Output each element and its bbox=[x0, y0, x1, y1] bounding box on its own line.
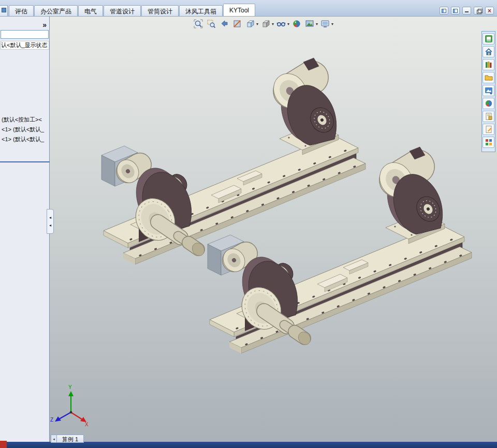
tab-kytool[interactable]: KYTool bbox=[223, 4, 255, 16]
zoom-to-fit-icon[interactable] bbox=[193, 18, 204, 29]
axis-z-label: Z bbox=[50, 417, 53, 423]
orientation-triad: Y X Z bbox=[50, 384, 89, 427]
tab-electrical[interactable]: 电气 bbox=[78, 5, 103, 16]
featuremanager-root-item[interactable]: 认<默认_显示状态 bbox=[1, 41, 49, 50]
dropdown-arrow-icon[interactable]: ▾ bbox=[272, 22, 274, 26]
tree-item[interactable]: (默认<按加工>< bbox=[2, 115, 49, 125]
file-explorer-icon[interactable] bbox=[483, 72, 494, 83]
clipped-ribbon-tab[interactable] bbox=[0, 5, 8, 16]
view-palette-icon[interactable] bbox=[483, 85, 494, 96]
tree-item[interactable]: <1> (默认<默认_ bbox=[2, 135, 49, 144]
tab-mufeng-toolbox[interactable]: 沐风工具箱 bbox=[179, 5, 223, 16]
model-motion-tabs: ◂ 算例 1 bbox=[51, 435, 84, 443]
solidworks-window: 评估 办公室产品 电气 管道设计 管筒设计 沐风工具箱 KYTool × » 认… bbox=[0, 0, 497, 448]
previous-view-icon[interactable] bbox=[218, 18, 230, 29]
solidworks-resources-icon[interactable] bbox=[483, 33, 494, 44]
addins-icon[interactable] bbox=[483, 137, 494, 148]
featuremanager-tree: (默认<按加工>< <1> (默认<默认_ <1> (默认<默认_ bbox=[2, 115, 49, 144]
graphics-viewport[interactable]: ▾ ▾ ▾ ▾ ▾ bbox=[50, 17, 497, 443]
tab-evaluate[interactable]: 评估 bbox=[9, 5, 34, 16]
tab-scroll-button[interactable]: ◂ bbox=[51, 435, 57, 443]
motion-study-tab[interactable]: 算例 1 bbox=[57, 435, 84, 443]
dropdown-arrow-icon[interactable]: ▾ bbox=[316, 22, 318, 26]
pane-toggle-right-icon bbox=[453, 9, 458, 13]
display-style-icon[interactable] bbox=[260, 18, 271, 29]
view-settings-icon[interactable] bbox=[319, 18, 331, 29]
headsup-view-toolbar: ▾ ▾ ▾ ▾ ▾ bbox=[193, 18, 333, 29]
featuremanager-panel: » 认<默认_显示状态 (默认<按加工>< <1> (默认<默认_ <1> (默… bbox=[0, 17, 50, 442]
ribbon-tabbar: 评估 办公室产品 电气 管道设计 管筒设计 沐风工具箱 KYTool × bbox=[0, 0, 497, 17]
window-controls: × bbox=[440, 7, 494, 14]
restore-button[interactable] bbox=[474, 7, 483, 14]
tree-item[interactable]: <1> (默认<默认_ bbox=[2, 125, 49, 135]
appearances-scenes-icon[interactable] bbox=[483, 98, 494, 109]
model-canvas[interactable]: Y X Z bbox=[50, 17, 497, 443]
ribbon-tabs: 评估 办公室产品 电气 管道设计 管筒设计 沐风工具箱 KYTool bbox=[9, 4, 256, 16]
splitter-arrow-icon: ◂ bbox=[49, 215, 51, 220]
task-pane-strip bbox=[481, 31, 495, 152]
pane-toggle-left-icon bbox=[442, 9, 446, 13]
pane-toggle-right-button[interactable] bbox=[451, 7, 460, 14]
axis-x-label: X bbox=[85, 422, 89, 427]
tab-tubing-design[interactable]: 管筒设计 bbox=[141, 5, 179, 16]
edit-appearance-icon[interactable] bbox=[291, 18, 302, 29]
apply-scene-icon[interactable] bbox=[304, 18, 315, 29]
minimize-button[interactable] bbox=[462, 7, 471, 14]
expand-panel-button[interactable]: » bbox=[42, 21, 47, 29]
dropdown-arrow-icon[interactable]: ▾ bbox=[256, 22, 258, 26]
design-library-icon[interactable] bbox=[483, 59, 494, 70]
hide-show-items-icon[interactable] bbox=[275, 18, 287, 29]
ribbon-tab-icon bbox=[2, 8, 6, 12]
view-orientation-icon[interactable] bbox=[244, 18, 256, 29]
tab-office-products[interactable]: 办公室产品 bbox=[34, 5, 78, 16]
panel-divider bbox=[0, 161, 50, 162]
custom-properties-icon[interactable] bbox=[483, 111, 494, 122]
forum-icon[interactable] bbox=[483, 124, 494, 135]
featuremanager-filter-input[interactable] bbox=[1, 30, 49, 39]
home-icon[interactable] bbox=[483, 46, 494, 57]
rotator-assembly-back[interactable] bbox=[101, 58, 366, 264]
section-view-icon[interactable] bbox=[231, 18, 243, 29]
splitter-arrow-icon: ◂ bbox=[49, 223, 51, 228]
dropdown-arrow-icon[interactable]: ▾ bbox=[331, 22, 333, 26]
panel-splitter-handle[interactable]: ◂ ◂ bbox=[47, 209, 54, 234]
tab-piping-design[interactable]: 管道设计 bbox=[104, 5, 141, 16]
dropdown-arrow-icon[interactable]: ▾ bbox=[287, 22, 289, 26]
zoom-to-area-icon[interactable] bbox=[206, 18, 217, 29]
taskbar-red-block bbox=[0, 441, 7, 448]
pane-toggle-left-button[interactable] bbox=[440, 7, 448, 14]
axis-y-label: Y bbox=[68, 384, 72, 390]
close-button[interactable]: × bbox=[485, 7, 494, 14]
